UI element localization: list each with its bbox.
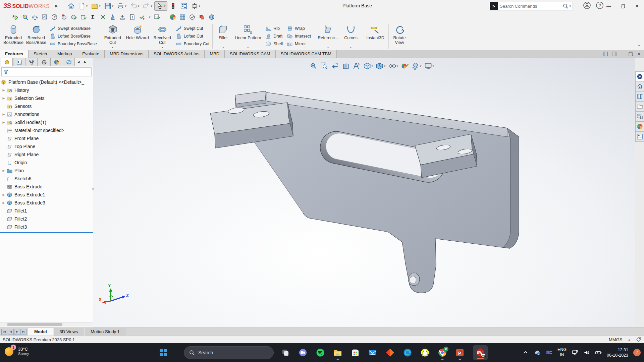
check-entity-icon[interactable] (70, 14, 77, 20)
undercut-analysis-icon[interactable] (119, 14, 126, 20)
tree-item-sketch6[interactable]: Sketch6 (0, 175, 93, 183)
tree-item-fillet1[interactable]: Fillet1 (0, 207, 93, 215)
tree-item-fillet3[interactable]: Fillet3 (0, 223, 93, 231)
restore-button[interactable] (616, 0, 630, 12)
open-document-button[interactable]: ▾ (90, 1, 102, 11)
previous-view-button[interactable] (330, 61, 339, 71)
home-task-pane-icon[interactable] (635, 81, 644, 92)
close-button[interactable]: ✕ (630, 0, 644, 12)
units-caret-icon[interactable]: ▴ (628, 338, 630, 341)
tree-item-sensors[interactable]: Sensors (0, 102, 93, 110)
toolbar-grip[interactable]: ⋮ (5, 15, 8, 19)
linear-pattern-button[interactable]: Linear Pattern▾ (232, 23, 263, 49)
swept-cut-button[interactable]: Swept Cut (176, 25, 209, 32)
performance-evaluation-icon[interactable] (51, 14, 58, 20)
doc-restore-icon[interactable] (629, 52, 633, 56)
ribbon-collapse-icon[interactable]: ⌃ (638, 44, 641, 49)
geometry-analysis-icon[interactable] (61, 14, 67, 20)
draft-button[interactable]: Draft (265, 33, 283, 39)
curves-button[interactable]: Curves▾ (341, 23, 361, 49)
tree-item-boss-extrude3[interactable]: ▶Boss-Extrude3 (0, 199, 93, 207)
rollback-bar[interactable] (0, 232, 93, 233)
lofted-cut-button[interactable]: Lofted Cut (176, 33, 209, 39)
section-view-button[interactable] (341, 61, 350, 71)
deviation-analysis-icon[interactable] (80, 14, 87, 20)
tree-horizontal-scrollbar[interactable] (0, 322, 93, 326)
expand-arrow-icon[interactable]: ▶ (1, 113, 6, 116)
properties-button[interactable] (179, 1, 189, 11)
appearances-scenes-icon[interactable] (635, 122, 644, 132)
hole-wizard-button[interactable]: Hole Wizard (124, 23, 151, 49)
tab-solidworks-cam-tbm[interactable]: SOLIDWORKS CAM TBM (276, 50, 337, 58)
reference-geometry-button[interactable]: Referenc...▾ (315, 23, 341, 49)
extruded-cut-button[interactable]: Extruded Cut▾ (101, 23, 124, 49)
tree-item-origin[interactable]: Origin (0, 159, 93, 167)
edit-appearance-button[interactable] (400, 61, 410, 71)
new-document-button[interactable]: ▾ (77, 1, 89, 11)
zoom-to-area-button[interactable] (319, 61, 329, 71)
tab-mbd-dimensions[interactable]: MBD Dimensions (105, 50, 149, 58)
select-tool-button[interactable]: ▾ (154, 1, 167, 11)
print-button[interactable]: ▾ (115, 1, 128, 11)
content-central-icon[interactable] (208, 14, 215, 20)
teams-tray-icon[interactable]: T (546, 349, 552, 356)
options-gear-button[interactable]: ▾ (190, 1, 202, 11)
expand-arrow-icon[interactable]: ▶ (1, 193, 6, 196)
expand-arrow-icon[interactable]: ▶ (1, 88, 6, 92)
snapchat-icon[interactable] (421, 348, 429, 357)
tab-sketch[interactable]: Sketch (29, 50, 52, 58)
tree-item-history[interactable]: ▶History (0, 86, 93, 94)
teams-chat-icon[interactable] (299, 348, 307, 357)
tab-solidworks-cam[interactable]: SOLIDWORKS CAM (225, 50, 276, 58)
hide-show-items-button[interactable]: ▾ (387, 61, 399, 71)
spell-checker-icon[interactable]: Abc (12, 14, 19, 20)
notification-badge[interactable]: 7 (633, 349, 641, 356)
tools-overflow-caret[interactable]: ▾ (149, 15, 151, 19)
menu-expand-arrow[interactable]: ▶ (52, 4, 61, 8)
doc-minimize-icon[interactable]: — (621, 52, 625, 56)
fillet-button[interactable]: Fillet▾ (214, 23, 232, 49)
custom-properties-icon[interactable] (635, 132, 644, 142)
units-selector[interactable]: MMGS (609, 337, 622, 342)
revolved-boss-button[interactable]: Revolved Boss/Base (25, 23, 48, 49)
file-explorer-pane-icon[interactable] (635, 102, 644, 112)
rotate-view-button[interactable]: Rotate View (390, 23, 409, 49)
search-options-caret[interactable]: ▾ (569, 4, 571, 8)
tab-mbd[interactable]: MBD (205, 50, 225, 58)
edge-icon[interactable] (403, 348, 412, 357)
zoom-to-fit-button[interactable] (309, 61, 318, 71)
solidworks-taskbar-tile[interactable]: SW2023 (473, 345, 488, 360)
file-explorer-icon[interactable] (333, 348, 342, 357)
revolved-cut-button[interactable]: Revolved Cut▾ (151, 23, 174, 49)
scrollbar-thumb[interactable] (7, 323, 62, 326)
pane-right-icon[interactable] (612, 52, 616, 56)
expand-arrow-icon[interactable]: ▶ (1, 201, 6, 204)
diamond-app-icon[interactable] (386, 348, 394, 357)
tab-3d-views[interactable]: 3D Views (53, 328, 85, 336)
battery-icon[interactable] (595, 349, 602, 356)
apply-scene-grid-icon[interactable] (179, 14, 186, 20)
import-diagnostics-icon[interactable]: ? (129, 14, 136, 20)
tree-item-annotations[interactable]: ▶AAnnotations (0, 110, 93, 118)
curvature-icon[interactable] (100, 14, 106, 20)
start-button[interactable] (159, 348, 168, 357)
tree-item-front-plane[interactable]: Front Plane (0, 134, 93, 142)
doc-close-icon[interactable]: ✕ (637, 52, 641, 56)
minimize-button[interactable]: — (602, 0, 616, 12)
dimxpert-manager-tab[interactable] (38, 58, 50, 66)
microsoft-store-icon[interactable] (351, 348, 360, 357)
expand-arrow-icon[interactable]: ▶ (1, 169, 6, 172)
swept-boss-button[interactable]: Swept Boss/Base (50, 25, 97, 32)
home-button[interactable] (66, 1, 76, 11)
shell-button[interactable]: Shell (265, 41, 283, 47)
display-manager-tab[interactable] (50, 58, 62, 66)
save-button[interactable]: ▾ (103, 1, 115, 11)
search-icon[interactable] (562, 3, 569, 9)
tree-item-plan[interactable]: ▶Plan (0, 167, 93, 175)
view-settings-button[interactable]: ▾ (423, 61, 435, 71)
mirror-button[interactable]: Mirror (287, 41, 311, 47)
boundary-boss-button[interactable]: Boundary Boss/Base (50, 41, 97, 47)
graphics-viewport[interactable]: Y Z X ▾ ▾ ▾ ▾ ▾ (93, 58, 635, 327)
weather-widget[interactable]: 1 33°C Sunny (5, 346, 29, 356)
tab-markup[interactable]: Markup (52, 50, 77, 58)
